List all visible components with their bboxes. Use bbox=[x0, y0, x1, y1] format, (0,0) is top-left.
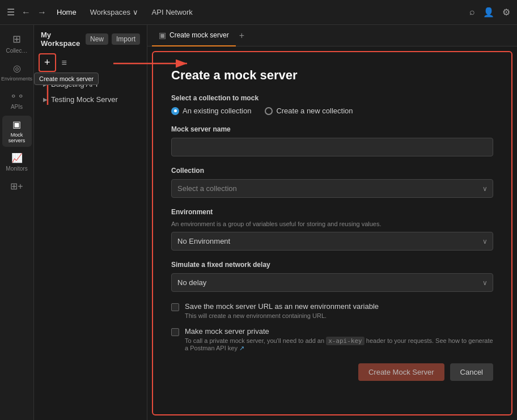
nav-api-network[interactable]: API Network bbox=[149, 6, 196, 19]
collection-select-wrapper: Select a collection ∨ bbox=[171, 179, 493, 198]
mock-servers-icon: ▣ bbox=[12, 119, 21, 130]
main-content: ▣ Create mock server + Create a mock ser… bbox=[147, 25, 517, 420]
api-key-code: x-api-key bbox=[326, 337, 365, 345]
invite-icon[interactable]: 👤 bbox=[483, 7, 494, 18]
radio-group: An existing collection Create a new coll… bbox=[171, 107, 493, 115]
sidebar-label-apis: APIs bbox=[11, 104, 23, 110]
sidebar-item-collections[interactable]: ⊞ Collec… bbox=[2, 29, 32, 57]
collection-header: My Workspace New Import bbox=[34, 25, 147, 51]
radio-existing[interactable]: An existing collection bbox=[171, 107, 251, 115]
hamburger-icon[interactable]: ☰ bbox=[7, 7, 15, 18]
postman-api-key-link[interactable]: ↗ bbox=[239, 345, 244, 351]
environments-icon: ◎ bbox=[13, 63, 21, 74]
form-area: Create a mock server Select a collection… bbox=[152, 51, 512, 415]
import-button[interactable]: Import bbox=[112, 33, 140, 45]
delay-select-wrapper: No delay ∨ bbox=[171, 273, 493, 292]
tab-label: Create mock server bbox=[169, 31, 229, 39]
collection-name-testing: Testing Mock Server bbox=[51, 95, 118, 104]
flows-icon: ⊞+ bbox=[10, 181, 23, 192]
add-mock-highlight: + bbox=[39, 53, 56, 72]
nav-workspaces[interactable]: Workspaces ∨ bbox=[87, 6, 142, 19]
environment-section: Environment An environment is a group of… bbox=[171, 208, 493, 251]
collection-select-section: Select a collection to mock An existing … bbox=[171, 94, 493, 115]
main-layout: ⊞ Collec… ◎ Environments ⚬⚬ APIs ▣ Mock … bbox=[0, 25, 517, 420]
add-collection-button[interactable]: + bbox=[41, 56, 54, 70]
search-icon[interactable]: ⌕ bbox=[469, 7, 475, 18]
create-mock-button[interactable]: Create Mock Server bbox=[358, 363, 444, 381]
checkbox-private-box[interactable] bbox=[171, 328, 179, 336]
forward-icon[interactable]: → bbox=[37, 7, 46, 18]
sidebar-label-environments: Environments bbox=[1, 76, 32, 82]
checkbox-save-url: Save the mock server URL as an new envir… bbox=[171, 302, 493, 319]
sidebar-item-flows[interactable]: ⊞+ bbox=[2, 177, 32, 195]
radio-new-label: Create a new collection bbox=[276, 107, 353, 115]
delay-label: Simulate a fixed network delay bbox=[171, 261, 493, 269]
radio-new[interactable]: Create a new collection bbox=[265, 107, 353, 115]
sidebar-label-monitors: Monitors bbox=[6, 166, 27, 172]
checkbox-save-url-box[interactable] bbox=[171, 303, 179, 311]
collection-toolbar: + ≡ Create mock server bbox=[34, 51, 147, 74]
new-button[interactable]: New bbox=[86, 33, 108, 45]
mock-name-label: Mock server name bbox=[171, 125, 493, 133]
apis-icon: ⚬⚬ bbox=[10, 91, 24, 101]
top-nav: ☰ ← → Home Workspaces ∨ API Network ⌕ 👤 … bbox=[0, 0, 517, 25]
collection-select[interactable]: Select a collection bbox=[171, 179, 493, 198]
form-title: Create a mock server bbox=[171, 68, 493, 83]
tab-mock-icon: ▣ bbox=[159, 31, 166, 40]
collection-section-label: Select a collection to mock bbox=[171, 94, 493, 102]
filter-button[interactable]: ≡ bbox=[60, 56, 69, 70]
checkbox-save-url-text: Save the mock server URL as an new envir… bbox=[185, 302, 379, 319]
checkbox-private: Make mock server private To call a priva… bbox=[171, 327, 493, 352]
mock-name-input[interactable] bbox=[171, 138, 493, 156]
collections-icon: ⊞ bbox=[12, 33, 21, 45]
sidebar-item-environments[interactable]: ◎ Environments bbox=[2, 60, 32, 85]
sidebar-item-monitors[interactable]: 📈 Monitors bbox=[2, 149, 32, 175]
environment-select[interactable]: No Environment bbox=[171, 232, 493, 251]
tabs-bar: ▣ Create mock server + bbox=[147, 25, 517, 46]
checkbox-private-sub: To call a private mock server, you'll ne… bbox=[185, 337, 493, 352]
workspace-title: My Workspace bbox=[41, 31, 86, 48]
delay-section: Simulate a fixed network delay No delay … bbox=[171, 261, 493, 292]
checkbox-group: Save the mock server URL as an new envir… bbox=[171, 302, 493, 352]
radio-existing-btn[interactable] bbox=[171, 107, 179, 115]
tab-create-mock[interactable]: ▣ Create mock server bbox=[152, 25, 236, 46]
environment-label: Environment bbox=[171, 208, 493, 216]
arrow-right-annotation bbox=[113, 58, 193, 69]
form-bottom-bar: Create Mock Server Cancel bbox=[171, 363, 493, 381]
back-icon[interactable]: ← bbox=[22, 7, 31, 18]
checkbox-private-text: Make mock server private To call a priva… bbox=[185, 327, 493, 352]
delay-select[interactable]: No delay bbox=[171, 273, 493, 292]
cancel-button[interactable]: Cancel bbox=[450, 363, 493, 381]
sidebar-label-collections: Collec… bbox=[6, 48, 28, 54]
tab-add-button[interactable]: + bbox=[236, 31, 248, 41]
radio-new-btn[interactable] bbox=[265, 107, 273, 115]
sidebar-item-apis[interactable]: ⚬⚬ APIs bbox=[2, 87, 32, 113]
collection-panel: My Workspace New Import + ≡ Create mock … bbox=[34, 25, 147, 420]
header-buttons: New Import bbox=[86, 33, 140, 45]
sidebar-icons: ⊞ Collec… ◎ Environments ⚬⚬ APIs ▣ Mock … bbox=[0, 25, 34, 420]
sidebar-item-mock-servers[interactable]: ▣ Mock servers bbox=[2, 116, 32, 147]
sidebar-label-mock-servers: Mock servers bbox=[5, 132, 29, 143]
nav-actions: ⌕ 👤 ⚙ bbox=[469, 7, 510, 18]
mock-server-tooltip: Create mock server bbox=[34, 73, 99, 85]
collection-dropdown-label: Collection bbox=[171, 167, 493, 175]
monitors-icon: 📈 bbox=[11, 152, 23, 163]
radio-existing-label: An existing collection bbox=[183, 107, 251, 115]
environment-select-wrapper: No Environment ∨ bbox=[171, 232, 493, 251]
settings-icon[interactable]: ⚙ bbox=[502, 7, 510, 18]
nav-home[interactable]: Home bbox=[53, 6, 80, 19]
mock-name-section: Mock server name bbox=[171, 125, 493, 156]
environment-hint: An environment is a group of variables u… bbox=[171, 220, 493, 227]
collection-dropdown-section: Collection Select a collection ∨ bbox=[171, 167, 493, 198]
